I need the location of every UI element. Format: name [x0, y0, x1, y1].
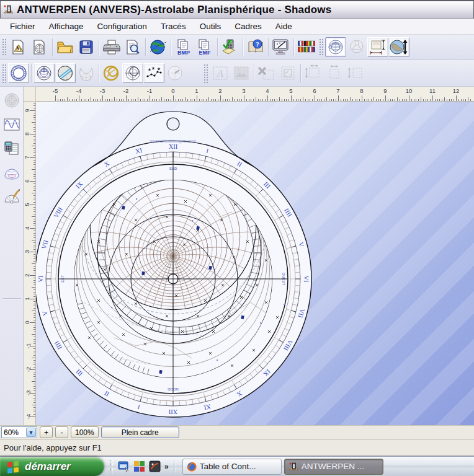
toolbar-grip[interactable] — [203, 63, 208, 83]
flags-lang-button[interactable] — [296, 37, 317, 57]
frame-size-v2-button — [345, 63, 366, 83]
vertical-ruler: -4-3-2-10123456789 — [24, 102, 36, 425]
view-astrolabe-button[interactable] — [325, 37, 346, 57]
svg-text:EMF: EMF — [199, 50, 212, 56]
toolbar-separator — [254, 64, 254, 82]
toolbox-separator — [2, 298, 21, 299]
draw-tympan-button[interactable] — [55, 63, 76, 83]
taskbar-task-inactive[interactable]: Table of Cont... — [182, 459, 282, 475]
menu-aide[interactable]: Aide — [269, 20, 298, 33]
windows-logo-icon — [6, 460, 20, 474]
screen-config-button[interactable] — [271, 37, 292, 57]
toolbar-grip[interactable] — [1, 38, 6, 56]
view-sundial-icon — [347, 38, 366, 56]
open-folder-button[interactable] — [55, 37, 76, 57]
print-preview-icon — [125, 39, 141, 55]
side-dome-button[interactable] — [2, 163, 22, 183]
shadows-small-icon[interactable] — [149, 461, 161, 472]
side-protractor-icon — [3, 188, 20, 206]
globe-location-icon — [149, 38, 168, 56]
zoom-100-button[interactable]: 100% — [71, 426, 99, 438]
side-curves-button[interactable] — [2, 115, 22, 134]
print-preview-button[interactable] — [122, 37, 143, 57]
toolbar-separator — [31, 64, 32, 82]
frame-props-icon — [279, 64, 297, 82]
draw-constellation-button[interactable] — [143, 63, 164, 83]
quick-launch-grip[interactable] — [110, 460, 113, 474]
workspace: -5-4-3-2-10123456789101112 -4-3-2-101234… — [0, 87, 474, 425]
copy-doc-button[interactable]: EMF — [194, 37, 215, 57]
save-icon — [78, 39, 94, 55]
svg-text:XII: XII — [168, 408, 177, 415]
globe-location-button[interactable] — [148, 37, 169, 57]
side-astrolabe-button — [2, 90, 22, 110]
toolbar-grip[interactable] — [1, 63, 6, 83]
firefox-icon — [187, 462, 197, 472]
copy-doc-icon: BMP — [174, 38, 193, 56]
toolbar-separator — [52, 38, 53, 56]
view-globe-arrow-button[interactable] — [388, 37, 409, 57]
task-buttons: Table of Cont...ANTWERPEN ... — [182, 457, 383, 476]
copy-doc-button[interactable]: BMP — [173, 37, 194, 57]
save-button[interactable] — [76, 37, 97, 57]
status-text: Pour l'aide, appuyez sur F1 — [4, 443, 102, 452]
view-dimensions-button[interactable] — [367, 37, 388, 57]
menu-configuration[interactable]: Configuration — [91, 20, 153, 33]
ruler-corner — [24, 87, 36, 102]
chevron-down-icon[interactable]: ▼ — [26, 428, 36, 437]
menu-outils[interactable]: Outils — [194, 20, 228, 33]
svg-text:BMP: BMP — [177, 50, 190, 56]
shadows-icon — [288, 462, 298, 472]
zoom-bar: 60% ▼ + - 100% Plein cadre — [0, 425, 474, 439]
menu-traces[interactable]: Tracés — [154, 20, 192, 33]
document-canvas[interactable]: www.shadowspro.comXIIIIIIIIIIIIVVIVIIVII… — [36, 102, 474, 425]
zoom-in-button[interactable]: + — [40, 426, 53, 438]
zoom-out-button[interactable]: - — [55, 426, 68, 438]
quick-launch-grip[interactable] — [174, 460, 176, 474]
side-protractor-button[interactable] — [2, 187, 22, 207]
toolbar-grip[interactable] — [318, 38, 323, 56]
draw-clock-icon — [166, 64, 184, 82]
draw-clock-button — [164, 63, 186, 83]
menu-fichier[interactable]: Fichier — [4, 20, 42, 33]
window-title: ANTWERPEN (ANVERS)-Astrolabe Planisphéri… — [17, 4, 331, 16]
draw-rete-button[interactable] — [101, 63, 122, 83]
draw-sphere-button[interactable] — [34, 63, 55, 83]
menu-cadres[interactable]: Cadres — [228, 20, 268, 33]
zoom-select[interactable]: 60% ▼ — [1, 426, 37, 438]
svg-text:A: A — [217, 68, 223, 79]
new-sundial-button[interactable] — [8, 37, 29, 57]
menu-affichage[interactable]: Affichage — [43, 20, 90, 33]
main-toolbar: BMPEMF? — [0, 35, 474, 60]
draw-limb-icon — [9, 64, 28, 82]
print-button[interactable] — [101, 37, 122, 57]
quick-launch: » — [104, 457, 182, 476]
new-astrolabe-button[interactable] — [29, 37, 50, 57]
app-icon — [3, 4, 14, 15]
quick-launch-chevron[interactable]: » — [164, 462, 169, 471]
fit-frame-button[interactable]: Plein cadre — [101, 426, 179, 438]
screen-config-icon — [272, 38, 290, 56]
start-button[interactable]: démarrer — [0, 457, 104, 476]
help-book-icon: ? — [247, 38, 264, 56]
help-book-button[interactable]: ? — [245, 37, 266, 57]
frame-delete-icon — [257, 64, 276, 82]
draw-tympan-icon — [56, 64, 74, 82]
horizontal-ruler: -5-4-3-2-10123456789101112 — [36, 87, 474, 102]
view-astrolabe-icon — [326, 38, 345, 56]
draw-index-button[interactable] — [122, 63, 143, 83]
svg-text:XII: XII — [169, 143, 178, 150]
draw-limb-button[interactable] — [8, 63, 29, 83]
frame-image-icon — [232, 64, 251, 82]
compute-check-icon — [221, 38, 239, 56]
toolbar-separator — [99, 64, 99, 82]
frame-props-button — [277, 63, 298, 83]
pictures-icon[interactable] — [133, 461, 145, 472]
desktop-icon[interactable] — [118, 461, 130, 472]
toolbar-separator — [217, 38, 218, 56]
left-toolbox — [0, 87, 24, 425]
taskbar-task-active[interactable]: ANTWERPEN ... — [284, 459, 383, 475]
compute-check-button[interactable] — [220, 37, 241, 57]
draw-index-icon — [123, 64, 142, 82]
side-ephemeris-button[interactable] — [2, 139, 22, 159]
